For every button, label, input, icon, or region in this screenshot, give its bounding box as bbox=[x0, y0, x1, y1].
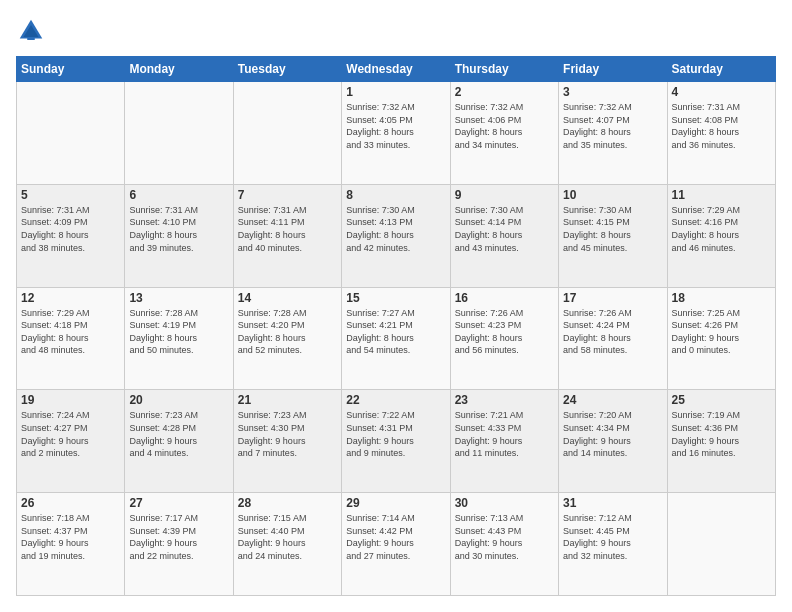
calendar-body: 1Sunrise: 7:32 AM Sunset: 4:05 PM Daylig… bbox=[17, 82, 776, 596]
calendar-table: SundayMondayTuesdayWednesdayThursdayFrid… bbox=[16, 56, 776, 596]
calendar-cell: 25Sunrise: 7:19 AM Sunset: 4:36 PM Dayli… bbox=[667, 390, 775, 493]
day-info: Sunrise: 7:22 AM Sunset: 4:31 PM Dayligh… bbox=[346, 409, 445, 459]
day-number: 18 bbox=[672, 291, 771, 305]
calendar-cell: 2Sunrise: 7:32 AM Sunset: 4:06 PM Daylig… bbox=[450, 82, 558, 185]
calendar-cell: 13Sunrise: 7:28 AM Sunset: 4:19 PM Dayli… bbox=[125, 287, 233, 390]
calendar-cell: 24Sunrise: 7:20 AM Sunset: 4:34 PM Dayli… bbox=[559, 390, 667, 493]
day-number: 10 bbox=[563, 188, 662, 202]
calendar-cell: 22Sunrise: 7:22 AM Sunset: 4:31 PM Dayli… bbox=[342, 390, 450, 493]
calendar-cell: 23Sunrise: 7:21 AM Sunset: 4:33 PM Dayli… bbox=[450, 390, 558, 493]
day-info: Sunrise: 7:29 AM Sunset: 4:18 PM Dayligh… bbox=[21, 307, 120, 357]
calendar-cell: 30Sunrise: 7:13 AM Sunset: 4:43 PM Dayli… bbox=[450, 493, 558, 596]
day-number: 26 bbox=[21, 496, 120, 510]
calendar-cell bbox=[667, 493, 775, 596]
calendar-week-5: 26Sunrise: 7:18 AM Sunset: 4:37 PM Dayli… bbox=[17, 493, 776, 596]
calendar-cell bbox=[125, 82, 233, 185]
day-info: Sunrise: 7:15 AM Sunset: 4:40 PM Dayligh… bbox=[238, 512, 337, 562]
day-info: Sunrise: 7:32 AM Sunset: 4:06 PM Dayligh… bbox=[455, 101, 554, 151]
day-info: Sunrise: 7:23 AM Sunset: 4:30 PM Dayligh… bbox=[238, 409, 337, 459]
day-number: 9 bbox=[455, 188, 554, 202]
day-number: 8 bbox=[346, 188, 445, 202]
day-info: Sunrise: 7:26 AM Sunset: 4:24 PM Dayligh… bbox=[563, 307, 662, 357]
day-number: 1 bbox=[346, 85, 445, 99]
day-info: Sunrise: 7:18 AM Sunset: 4:37 PM Dayligh… bbox=[21, 512, 120, 562]
day-info: Sunrise: 7:24 AM Sunset: 4:27 PM Dayligh… bbox=[21, 409, 120, 459]
day-info: Sunrise: 7:31 AM Sunset: 4:10 PM Dayligh… bbox=[129, 204, 228, 254]
day-number: 2 bbox=[455, 85, 554, 99]
day-info: Sunrise: 7:17 AM Sunset: 4:39 PM Dayligh… bbox=[129, 512, 228, 562]
day-info: Sunrise: 7:26 AM Sunset: 4:23 PM Dayligh… bbox=[455, 307, 554, 357]
calendar-cell bbox=[233, 82, 341, 185]
day-number: 20 bbox=[129, 393, 228, 407]
calendar-week-3: 12Sunrise: 7:29 AM Sunset: 4:18 PM Dayli… bbox=[17, 287, 776, 390]
day-number: 5 bbox=[21, 188, 120, 202]
weekday-header-sunday: Sunday bbox=[17, 57, 125, 82]
calendar-cell: 14Sunrise: 7:28 AM Sunset: 4:20 PM Dayli… bbox=[233, 287, 341, 390]
calendar-cell: 12Sunrise: 7:29 AM Sunset: 4:18 PM Dayli… bbox=[17, 287, 125, 390]
calendar-cell: 4Sunrise: 7:31 AM Sunset: 4:08 PM Daylig… bbox=[667, 82, 775, 185]
page: SundayMondayTuesdayWednesdayThursdayFrid… bbox=[0, 0, 792, 612]
calendar-cell: 8Sunrise: 7:30 AM Sunset: 4:13 PM Daylig… bbox=[342, 184, 450, 287]
weekday-header-saturday: Saturday bbox=[667, 57, 775, 82]
day-info: Sunrise: 7:30 AM Sunset: 4:14 PM Dayligh… bbox=[455, 204, 554, 254]
weekday-header-monday: Monday bbox=[125, 57, 233, 82]
day-info: Sunrise: 7:14 AM Sunset: 4:42 PM Dayligh… bbox=[346, 512, 445, 562]
day-info: Sunrise: 7:30 AM Sunset: 4:13 PM Dayligh… bbox=[346, 204, 445, 254]
day-info: Sunrise: 7:20 AM Sunset: 4:34 PM Dayligh… bbox=[563, 409, 662, 459]
day-number: 4 bbox=[672, 85, 771, 99]
calendar-week-4: 19Sunrise: 7:24 AM Sunset: 4:27 PM Dayli… bbox=[17, 390, 776, 493]
day-info: Sunrise: 7:31 AM Sunset: 4:09 PM Dayligh… bbox=[21, 204, 120, 254]
calendar-cell: 3Sunrise: 7:32 AM Sunset: 4:07 PM Daylig… bbox=[559, 82, 667, 185]
calendar-cell: 27Sunrise: 7:17 AM Sunset: 4:39 PM Dayli… bbox=[125, 493, 233, 596]
day-info: Sunrise: 7:27 AM Sunset: 4:21 PM Dayligh… bbox=[346, 307, 445, 357]
day-info: Sunrise: 7:21 AM Sunset: 4:33 PM Dayligh… bbox=[455, 409, 554, 459]
calendar-week-1: 1Sunrise: 7:32 AM Sunset: 4:05 PM Daylig… bbox=[17, 82, 776, 185]
calendar-cell: 5Sunrise: 7:31 AM Sunset: 4:09 PM Daylig… bbox=[17, 184, 125, 287]
day-number: 24 bbox=[563, 393, 662, 407]
calendar-cell: 9Sunrise: 7:30 AM Sunset: 4:14 PM Daylig… bbox=[450, 184, 558, 287]
day-number: 17 bbox=[563, 291, 662, 305]
day-info: Sunrise: 7:32 AM Sunset: 4:05 PM Dayligh… bbox=[346, 101, 445, 151]
calendar-cell: 18Sunrise: 7:25 AM Sunset: 4:26 PM Dayli… bbox=[667, 287, 775, 390]
day-number: 12 bbox=[21, 291, 120, 305]
day-number: 14 bbox=[238, 291, 337, 305]
calendar-week-2: 5Sunrise: 7:31 AM Sunset: 4:09 PM Daylig… bbox=[17, 184, 776, 287]
day-info: Sunrise: 7:12 AM Sunset: 4:45 PM Dayligh… bbox=[563, 512, 662, 562]
day-number: 11 bbox=[672, 188, 771, 202]
day-number: 6 bbox=[129, 188, 228, 202]
calendar-cell: 17Sunrise: 7:26 AM Sunset: 4:24 PM Dayli… bbox=[559, 287, 667, 390]
day-number: 23 bbox=[455, 393, 554, 407]
calendar-cell: 21Sunrise: 7:23 AM Sunset: 4:30 PM Dayli… bbox=[233, 390, 341, 493]
day-info: Sunrise: 7:13 AM Sunset: 4:43 PM Dayligh… bbox=[455, 512, 554, 562]
day-info: Sunrise: 7:28 AM Sunset: 4:20 PM Dayligh… bbox=[238, 307, 337, 357]
calendar-cell: 16Sunrise: 7:26 AM Sunset: 4:23 PM Dayli… bbox=[450, 287, 558, 390]
logo bbox=[16, 16, 50, 46]
calendar-header: SundayMondayTuesdayWednesdayThursdayFrid… bbox=[17, 57, 776, 82]
weekday-header-thursday: Thursday bbox=[450, 57, 558, 82]
day-info: Sunrise: 7:31 AM Sunset: 4:11 PM Dayligh… bbox=[238, 204, 337, 254]
day-number: 13 bbox=[129, 291, 228, 305]
calendar-cell: 31Sunrise: 7:12 AM Sunset: 4:45 PM Dayli… bbox=[559, 493, 667, 596]
day-info: Sunrise: 7:28 AM Sunset: 4:19 PM Dayligh… bbox=[129, 307, 228, 357]
logo-icon bbox=[16, 16, 46, 46]
day-number: 30 bbox=[455, 496, 554, 510]
day-info: Sunrise: 7:30 AM Sunset: 4:15 PM Dayligh… bbox=[563, 204, 662, 254]
day-info: Sunrise: 7:29 AM Sunset: 4:16 PM Dayligh… bbox=[672, 204, 771, 254]
calendar-cell: 6Sunrise: 7:31 AM Sunset: 4:10 PM Daylig… bbox=[125, 184, 233, 287]
calendar-cell: 15Sunrise: 7:27 AM Sunset: 4:21 PM Dayli… bbox=[342, 287, 450, 390]
calendar-cell: 11Sunrise: 7:29 AM Sunset: 4:16 PM Dayli… bbox=[667, 184, 775, 287]
day-info: Sunrise: 7:25 AM Sunset: 4:26 PM Dayligh… bbox=[672, 307, 771, 357]
day-number: 21 bbox=[238, 393, 337, 407]
calendar-cell: 7Sunrise: 7:31 AM Sunset: 4:11 PM Daylig… bbox=[233, 184, 341, 287]
day-info: Sunrise: 7:31 AM Sunset: 4:08 PM Dayligh… bbox=[672, 101, 771, 151]
day-number: 3 bbox=[563, 85, 662, 99]
calendar-cell: 20Sunrise: 7:23 AM Sunset: 4:28 PM Dayli… bbox=[125, 390, 233, 493]
svg-rect-2 bbox=[27, 37, 35, 40]
calendar-cell: 1Sunrise: 7:32 AM Sunset: 4:05 PM Daylig… bbox=[342, 82, 450, 185]
day-number: 22 bbox=[346, 393, 445, 407]
day-info: Sunrise: 7:23 AM Sunset: 4:28 PM Dayligh… bbox=[129, 409, 228, 459]
weekday-header-wednesday: Wednesday bbox=[342, 57, 450, 82]
day-number: 31 bbox=[563, 496, 662, 510]
day-number: 28 bbox=[238, 496, 337, 510]
day-number: 7 bbox=[238, 188, 337, 202]
